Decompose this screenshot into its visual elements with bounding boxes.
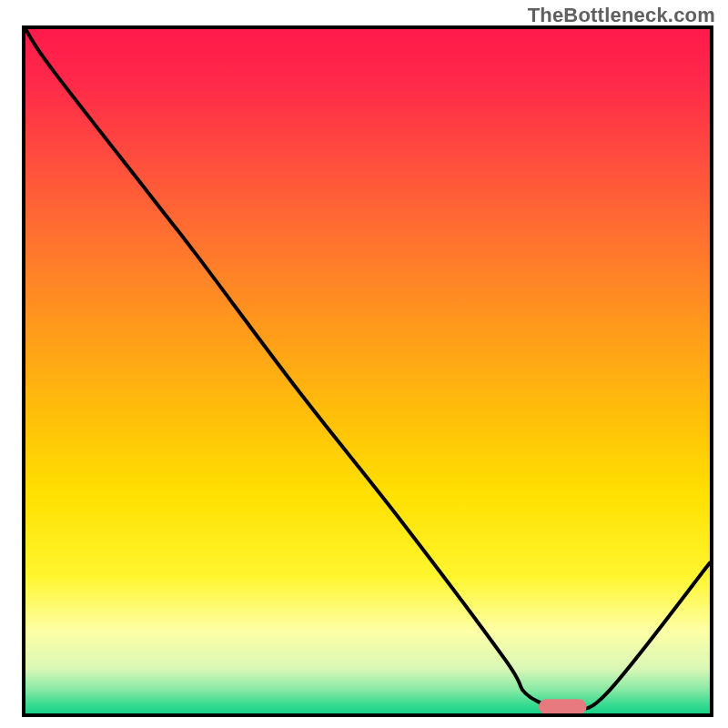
optimum-marker <box>539 699 587 713</box>
background-gradient <box>25 29 710 713</box>
chart-frame: TheBottleneck.com <box>0 0 728 728</box>
plot-area <box>22 25 713 717</box>
watermark-text: TheBottleneck.com <box>528 4 715 27</box>
chart-svg <box>25 29 710 713</box>
